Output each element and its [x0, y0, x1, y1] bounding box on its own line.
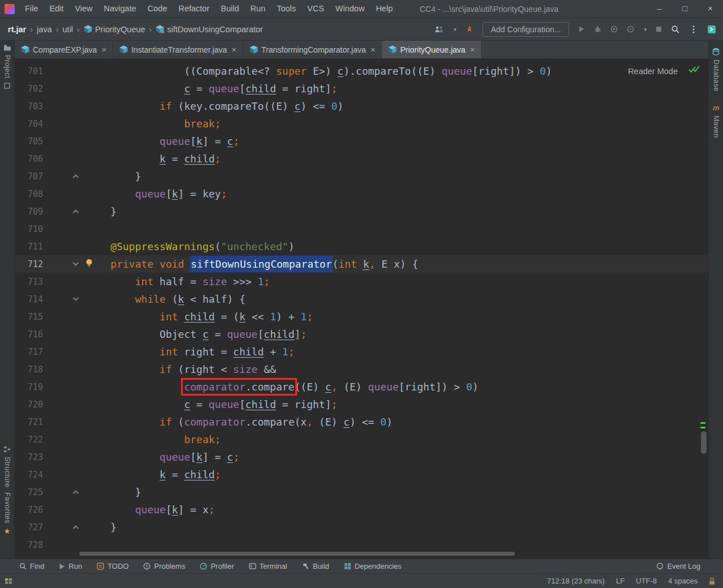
line-number[interactable]: 705 [15, 136, 43, 147]
code-line-720[interactable]: 720 c = queue[child = right]; [15, 396, 708, 413]
line-number[interactable]: 728 [15, 540, 43, 550]
gutter[interactable] [43, 209, 86, 214]
gutter[interactable] [43, 297, 86, 302]
minimize-button[interactable]: – [647, 0, 672, 18]
menu-edit[interactable]: Edit [44, 0, 69, 18]
toolwindow-event-log[interactable]: Event Log [656, 562, 700, 570]
code-text[interactable]: queue[k] = x; [86, 504, 215, 516]
gutter[interactable] [43, 490, 86, 495]
fold-down-icon[interactable] [72, 297, 79, 302]
menu-tools[interactable]: Tools [271, 0, 302, 18]
line-number[interactable]: 704 [15, 119, 43, 129]
menu-file[interactable]: File [19, 0, 44, 18]
gutter[interactable] [43, 174, 86, 179]
line-separator-widget[interactable]: LF [616, 577, 625, 585]
menu-window[interactable]: Window [330, 0, 371, 18]
tab-priorityqueue-java[interactable]: PriorityQueue.java× [382, 41, 481, 58]
line-number[interactable]: 720 [15, 400, 43, 410]
code-text[interactable]: } [86, 521, 117, 533]
line-number[interactable]: 703 [15, 101, 43, 111]
toolwindow-terminal[interactable]: Terminal [249, 562, 287, 570]
toolwindow-button-database[interactable]: Database [709, 48, 723, 92]
encoding-widget[interactable]: UTF-8 [636, 577, 657, 585]
toolwindow-run[interactable]: Run [59, 562, 82, 570]
menu-navigate[interactable]: Navigate [98, 0, 142, 18]
code-line-706[interactable]: 706 k = child; [15, 150, 708, 168]
code-line-716[interactable]: 716 Object c = queue[child]; [15, 325, 708, 343]
line-number[interactable]: 701 [15, 66, 43, 76]
gutter[interactable] [43, 261, 86, 267]
code-text[interactable]: Object c = queue[child]; [86, 328, 307, 340]
toolwindow-profiler[interactable]: Profiler [200, 562, 234, 570]
lock-icon[interactable] [709, 577, 715, 585]
run-button[interactable] [578, 25, 585, 33]
reader-mode-label[interactable]: Reader Mode [628, 67, 678, 76]
menu-help[interactable]: Help [370, 0, 398, 18]
code-line-715[interactable]: 715 int child = (k << 1) + 1; [15, 308, 708, 325]
code-line-713[interactable]: 713 int half = size >>> 1; [15, 273, 708, 290]
fold-up-icon[interactable] [72, 490, 79, 495]
fold-down-icon[interactable] [72, 261, 79, 267]
tab-close-button[interactable]: × [231, 45, 236, 54]
code-text[interactable]: } [86, 486, 141, 498]
line-number[interactable]: 725 [15, 487, 43, 497]
code-line-719[interactable]: 719 comparator.compare((E) c, (E) queue[… [15, 378, 708, 396]
breadcrumb-item-util[interactable]: util [63, 25, 74, 34]
code-line-727[interactable]: 727 } [15, 518, 708, 536]
line-number[interactable]: 722 [15, 435, 43, 445]
code-line-710[interactable]: 710 [15, 220, 708, 238]
add-configuration-button[interactable]: Add Configuration... [483, 22, 570, 37]
menu-vcs[interactable]: VCS [302, 0, 330, 18]
toolwindow-button-favorites[interactable]: Favorites★ [0, 492, 14, 535]
line-number[interactable]: 708 [15, 189, 43, 199]
toolwindow-button-maven[interactable]: mMaven [709, 104, 723, 138]
code-line-728[interactable]: 728 [15, 536, 708, 553]
code-text[interactable]: queue[k] = c; [86, 451, 239, 463]
indent-widget[interactable]: 4 spaces [668, 577, 698, 585]
code-line-717[interactable]: 717 int right = child + 1; [15, 343, 708, 360]
lightbulb-icon[interactable] [85, 259, 93, 268]
toolwindow-problems[interactable]: Problems [143, 562, 185, 570]
plugin-icon[interactable] [707, 25, 716, 34]
code-text[interactable]: int half = size >>> 1; [86, 276, 270, 287]
code-text[interactable]: break; [86, 434, 221, 445]
inspections-ok-icon[interactable] [688, 65, 700, 74]
code-text[interactable]: ((Comparable<? super E>) c).compareTo((E… [86, 65, 552, 77]
menu-view[interactable]: View [69, 0, 98, 18]
tab-close-button[interactable]: × [371, 45, 376, 54]
code-line-709[interactable]: 709 } [15, 203, 708, 220]
line-number[interactable]: 721 [15, 417, 43, 427]
code-line-703[interactable]: 703 if (key.compareTo((E) c) <= 0) [15, 97, 708, 115]
vertical-scrollbar[interactable] [701, 431, 707, 454]
breadcrumb-item-rt-jar[interactable]: rt.jar [8, 25, 26, 34]
caret-position[interactable]: 712:18 (23 chars) [547, 577, 605, 585]
toolwindow-todo[interactable]: TODO [97, 562, 128, 570]
line-number[interactable]: 718 [15, 364, 43, 375]
toolwindow-switcher-icon[interactable] [5, 577, 13, 585]
line-number[interactable]: 711 [15, 242, 43, 252]
code-text[interactable]: int right = child + 1; [86, 346, 295, 358]
line-number[interactable]: 727 [15, 522, 43, 533]
toolwindow-build[interactable]: Build [302, 562, 329, 570]
line-number[interactable]: 716 [15, 329, 43, 340]
fold-up-icon[interactable] [72, 174, 79, 179]
stop-button[interactable] [656, 26, 662, 32]
code-line-707[interactable]: 707 } [15, 168, 708, 185]
breadcrumb-item-siftdownusingcomparator[interactable]: siftDownUsingComparator [156, 25, 262, 34]
line-number[interactable]: 714 [15, 294, 43, 304]
code-text[interactable]: if (right < size && [86, 363, 276, 375]
code-line-702[interactable]: 702 c = queue[child = right]; [15, 80, 708, 97]
toolwindow-find[interactable]: Find [19, 562, 44, 570]
code-text[interactable]: if (key.compareTo((E) c) <= 0) [86, 100, 343, 112]
fold-up-icon[interactable] [72, 525, 79, 530]
line-number[interactable]: 710 [15, 224, 43, 234]
users-icon[interactable] [434, 25, 444, 33]
rocket-icon[interactable] [466, 25, 474, 33]
code-line-712[interactable]: 712 private void siftDownUsingComparator… [15, 255, 708, 273]
code-line-701[interactable]: 701 ((Comparable<? super E>) c).compareT… [15, 62, 708, 80]
code-text[interactable]: } [86, 205, 117, 217]
more-actions-button[interactable]: ⋮ [689, 24, 698, 35]
code-line-718[interactable]: 718 if (right < size && [15, 360, 708, 378]
fold-up-icon[interactable] [72, 209, 79, 214]
line-number[interactable]: 712 [15, 259, 43, 269]
